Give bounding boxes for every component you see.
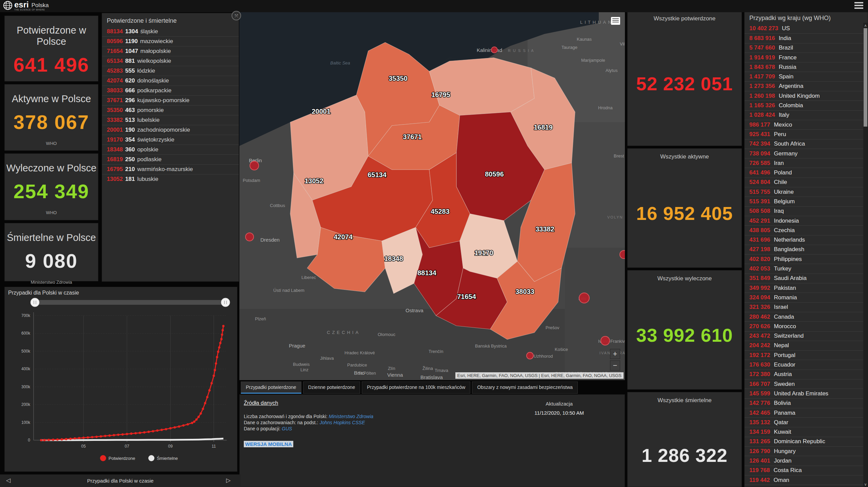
country-row[interactable]: 524 804Chile: [745, 177, 868, 187]
country-row[interactable]: 192 172Portugal: [745, 350, 868, 360]
voivodeship-row[interactable]: 35350463pomorskie: [102, 105, 239, 115]
country-row[interactable]: 1 260 198United Kingdom: [745, 91, 868, 100]
country-row[interactable]: 515 755Ukraine: [745, 187, 868, 196]
country-row[interactable]: 641 496Poland: [745, 168, 868, 177]
voivodeship-row[interactable]: 20001190zachodniopomorskie: [102, 125, 239, 135]
country-row[interactable]: 1 165 326Colombia: [745, 100, 868, 110]
country-row[interactable]: 742 394South Africa: [745, 139, 868, 149]
country-row[interactable]: 1 273 356Argentina: [745, 81, 868, 91]
country-row[interactable]: 986 177Mexico: [745, 120, 868, 129]
country-row[interactable]: 349 992Pakistan: [745, 283, 868, 293]
country-row[interactable]: 351 849Saudi Arabia: [745, 274, 868, 283]
country-row[interactable]: 431 696Netherlands: [745, 235, 868, 245]
country-row[interactable]: 508 508Iraq: [745, 206, 868, 216]
country-row[interactable]: 427 198Bangladesh: [745, 245, 868, 254]
country-row[interactable]: 119 442Oman: [745, 475, 868, 485]
time-slider-handle[interactable]: [31, 298, 39, 307]
voivodeship-row[interactable]: 13052181lubuskie: [102, 174, 239, 184]
country-row[interactable]: 166 707Sweden: [745, 379, 868, 389]
country-row[interactable]: 5 747 660Brazil: [745, 43, 868, 53]
country-row[interactable]: 1 028 424Italy: [745, 110, 868, 120]
map-tab[interactable]: Obszary z nowymi zasadami bezpieczeństwa: [472, 381, 578, 394]
voivodeship-row[interactable]: 19170354świętokrzyskie: [102, 135, 239, 145]
voivodeship-row[interactable]: 805961190mazowieckie: [102, 36, 239, 46]
case-marker[interactable]: [250, 161, 259, 170]
country-row[interactable]: 135 132Qatar: [745, 417, 868, 427]
map-zoom-out-button[interactable]: −: [610, 360, 620, 371]
voivodeship-row[interactable]: 16795210warmińsko-mazurskie: [102, 164, 239, 174]
time-slider-handle[interactable]: [221, 298, 230, 307]
case-marker[interactable]: [620, 250, 625, 259]
case-marker[interactable]: [245, 233, 254, 241]
country-row[interactable]: 1 843 678Russia: [745, 62, 868, 72]
country-row[interactable]: 515 391Belgium: [745, 196, 868, 206]
time-slider-track[interactable]: [35, 300, 225, 305]
voivodeship-row[interactable]: 33382513lubelskie: [102, 115, 239, 125]
scroll-down-icon[interactable]: ∨: [863, 482, 868, 487]
map-tab[interactable]: Dzienne potwierdzone: [303, 381, 360, 394]
country-row[interactable]: 726 585Iran: [745, 158, 868, 168]
voivodeship-row[interactable]: 18348360opolskie: [102, 145, 239, 154]
country-row[interactable]: 402 820Philippines: [745, 254, 868, 264]
country-row[interactable]: 1 914 919France: [745, 53, 868, 62]
map-tab[interactable]: Przypadki potwierdzone: [241, 381, 301, 394]
country-row[interactable]: 10 402 273US: [745, 24, 868, 33]
country-row[interactable]: 145 599United Arab Emirates: [745, 389, 868, 398]
country-row[interactable]: 402 053Turkey: [745, 264, 868, 273]
country-row[interactable]: 243 472Switzerland: [745, 331, 868, 341]
country-list-scrollbar[interactable]: ∧ ∨: [863, 23, 868, 487]
legend-swatch[interactable]: [100, 455, 106, 461]
voivodeship-row[interactable]: 716541047małopolskie: [102, 46, 239, 56]
country-row[interactable]: 176 630Ecuador: [745, 360, 868, 369]
country-row[interactable]: 172 380Austria: [745, 370, 868, 379]
country-row[interactable]: 126 790Hungary: [745, 446, 868, 456]
mobile-version-link[interactable]: WERSJA MOBILNA: [244, 441, 293, 447]
voivodeship-row[interactable]: 45283555łódzkie: [102, 66, 239, 76]
voivodeship-row[interactable]: 38033666podkarpackie: [102, 86, 239, 95]
series-point: [104, 435, 106, 437]
map-expand-icon[interactable]: ⤧: [232, 11, 241, 20]
legend-swatch[interactable]: [148, 455, 154, 461]
country-row[interactable]: 118 491Kazakhstan: [745, 485, 868, 487]
country-row[interactable]: 204 242Nepal: [745, 341, 868, 350]
chart-svg[interactable]: 0100k200k300k400k500k600k700k05070911Pot…: [5, 296, 237, 471]
country-row[interactable]: 142 465Panama: [745, 408, 868, 417]
country-row[interactable]: 321 326Israel: [745, 302, 868, 312]
hamburger-menu-icon[interactable]: [854, 2, 863, 10]
country-row[interactable]: 925 431Peru: [745, 129, 868, 139]
pager-prev-icon[interactable]: ◁: [6, 477, 11, 484]
country-row[interactable]: 738 094Germany: [745, 149, 868, 158]
case-marker[interactable]: [579, 293, 589, 303]
country-row[interactable]: 134 159Kuwait: [745, 427, 868, 436]
voivodeship-row[interactable]: 42074620dolnośląskie: [102, 76, 239, 86]
case-marker[interactable]: [491, 47, 497, 53]
country-row[interactable]: 126 401Jordan: [745, 456, 868, 465]
series-point: [100, 435, 102, 437]
country-row[interactable]: 131 265Dominican Republic: [745, 437, 868, 446]
map-zoom-in-button[interactable]: +: [610, 349, 620, 359]
pager-next-icon[interactable]: ▷: [226, 477, 231, 484]
country-row[interactable]: 8 683 916India: [745, 33, 868, 43]
map-tab[interactable]: Przypadki potwierdzone na 100k mieszkańc…: [362, 381, 470, 394]
link-gus[interactable]: GUS: [282, 426, 292, 431]
country-row[interactable]: 119 768Costa Rica: [745, 466, 868, 475]
link-johns-hopkins[interactable]: Johns Hopkins CSSE: [319, 420, 365, 425]
link-ministerstwo-zdrowia[interactable]: Ministerstwo Zdrowia: [329, 414, 373, 419]
country-row[interactable]: 142 776Bolivia: [745, 398, 868, 408]
map-legend-icon[interactable]: [611, 17, 620, 25]
voivodeship-row[interactable]: 16819250podlaskie: [102, 154, 239, 164]
voivodeship-row[interactable]: 65134881wielkopolskie: [102, 56, 239, 66]
country-row[interactable]: 438 805Czechia: [745, 225, 868, 235]
scrollbar-thumb[interactable]: [864, 28, 867, 127]
voivodeship-row[interactable]: 881341304śląskie: [102, 26, 239, 36]
country-row[interactable]: 270 626Morocco: [745, 321, 868, 331]
country-row[interactable]: 280 462Canada: [745, 312, 868, 321]
poland-choropleth-map[interactable]: LITHUANIAKaunasTaurageVilniKaliningradR …: [239, 10, 625, 380]
voivodeship-row[interactable]: 37671296kujawsko-pomorskie: [102, 95, 239, 105]
case-marker[interactable]: [601, 336, 610, 345]
country-row[interactable]: 1 417 709Spain: [745, 72, 868, 81]
country-row[interactable]: 324 094Romania: [745, 293, 868, 302]
country-row[interactable]: 452 291Indonesia: [745, 216, 868, 225]
case-marker[interactable]: [527, 352, 533, 359]
scroll-up-icon[interactable]: ∧: [863, 23, 868, 28]
